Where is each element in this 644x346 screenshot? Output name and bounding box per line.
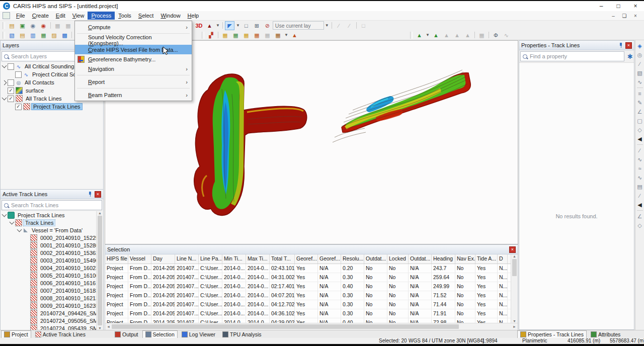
column-header[interactable]: Min Ti...	[222, 254, 246, 264]
select-rect-icon[interactable]: □	[242, 21, 251, 30]
menu-item-beam-pattern[interactable]: Beam Pattern›	[75, 90, 192, 100]
table-row[interactable]: ProjectFrom D...2014-205201407...C:\User…	[105, 300, 511, 309]
selection-vscrollbar[interactable]: ▲ ▼	[511, 254, 518, 323]
column-header[interactable]: Line Pa...	[199, 254, 222, 264]
update-surface-icon[interactable]: ▲	[452, 31, 462, 40]
open-surface-icon[interactable]: ▲	[431, 31, 441, 40]
scroll-up-icon[interactable]: ▲	[98, 211, 102, 215]
column-header[interactable]: Max Ti...	[246, 254, 270, 264]
compute-tpu-icon[interactable]: ▦	[242, 31, 251, 40]
menu-item-sound-velocity-correction-kongsberg[interactable]: Sound Velocity Correction (Kongsberg)...	[75, 35, 192, 45]
mdi-minimize-button[interactable]: –	[608, 13, 619, 19]
checkbox[interactable]: ✓	[15, 104, 22, 110]
dropdown-caret-icon[interactable]: ▼	[426, 33, 430, 37]
scroll-thumb[interactable]	[98, 216, 102, 325]
close-button[interactable]: ×	[627, 1, 644, 11]
zoom-extents-icon[interactable]: ▲	[205, 21, 214, 30]
selection-close-icon[interactable]: ×	[509, 246, 516, 253]
tree-item[interactable]: 20140724_095439_SM...	[1, 324, 96, 330]
session-icon[interactable]: ▧	[7, 31, 17, 40]
export-icon[interactable]: ▩	[60, 31, 69, 40]
column-header[interactable]: Locked	[387, 254, 409, 264]
column-header[interactable]: Vessel	[128, 254, 151, 264]
lock-tool-icon[interactable]: ▦	[263, 31, 272, 40]
toolbar-grip[interactable]	[202, 32, 204, 39]
import-data-icon[interactable]: ▣	[18, 21, 27, 30]
profile-icon[interactable]: ∿	[502, 31, 511, 40]
tree-item[interactable]: Track Lines	[1, 219, 96, 226]
menu-process[interactable]: Process	[88, 12, 115, 20]
column-header[interactable]: Nav Ex...	[455, 254, 475, 264]
column-header[interactable]: Outdat...	[364, 254, 387, 264]
tree-item[interactable]: 0006_20140910_16161...	[1, 279, 96, 287]
checkbox[interactable]	[8, 63, 14, 70]
tab-log-viewer[interactable]: Log Viewer	[179, 330, 218, 338]
lock-surface-icon[interactable]: ▲	[463, 31, 472, 40]
expander-icon[interactable]	[17, 227, 22, 232]
tree-item[interactable]: 0003_20140910_15490...	[1, 256, 96, 264]
column-header[interactable]: Day	[151, 254, 175, 264]
tab-selection[interactable]: Selection	[142, 330, 178, 338]
toolbar-grip[interactable]	[3, 22, 5, 29]
expander-icon[interactable]	[10, 219, 15, 224]
menu-item-georeference-bathymetry[interactable]: Georeference Bathymetry...	[75, 54, 192, 64]
world-view-icon[interactable]: ◉	[28, 21, 38, 30]
open-project-icon[interactable]: ▤	[7, 21, 17, 30]
menu-help[interactable]: Help	[184, 12, 203, 20]
table-row[interactable]: ProjectFrom D...2014-205201407...C:\User…	[105, 309, 511, 318]
surface-tool-icon[interactable]: ▦	[273, 31, 283, 40]
column-header[interactable]: Tide A...	[475, 254, 498, 264]
expander-icon[interactable]	[2, 80, 7, 85]
column-header[interactable]: HIPS file	[105, 254, 128, 264]
save-icon[interactable]: ▦	[53, 21, 62, 30]
column-header[interactable]: Heading	[432, 254, 455, 264]
new-layer-icon[interactable]: ▥	[28, 31, 38, 40]
tree-item[interactable]: 20140724_095056_SM...	[1, 317, 96, 324]
new-surface-icon[interactable]: ▲	[415, 31, 424, 40]
column-header[interactable]: Total T...	[270, 254, 295, 264]
tree-item[interactable]: 0002_20140910_15362...	[1, 249, 96, 256]
menu-edit[interactable]: Edit	[52, 12, 69, 20]
checkbox[interactable]	[15, 71, 22, 78]
select-add-icon[interactable]: ⊞	[252, 21, 262, 30]
menu-item-report[interactable]: Report›	[75, 77, 192, 86]
query-icon[interactable]: □	[359, 21, 368, 30]
layer-combo[interactable]: Use current lay	[273, 21, 324, 30]
tree-item[interactable]: 20140724_094426_SM...	[1, 309, 96, 317]
collapse-left2-icon[interactable]: ◀	[636, 201, 643, 208]
maximize-button[interactable]: □	[610, 1, 627, 11]
pin-icon[interactable]	[618, 43, 623, 48]
node-tool-icon[interactable]: ◇	[636, 222, 643, 229]
smooth-icon[interactable]: ≈	[636, 165, 643, 172]
auto-vessel-icon[interactable]: ▦	[39, 31, 48, 40]
edit-attitude-icon[interactable]: ∕	[345, 21, 354, 30]
zigzag-icon[interactable]: ∿	[636, 174, 643, 181]
tab-active-track-lines[interactable]: Active Track Lines	[32, 330, 89, 338]
mosaic-icon[interactable]: ▦	[477, 31, 487, 40]
slope-icon[interactable]: ∕	[636, 192, 643, 199]
scroll-right-icon[interactable]: ►	[513, 325, 516, 328]
column-header[interactable]: D	[498, 254, 508, 264]
menu-item-compute[interactable]: Compute›	[75, 22, 192, 32]
column-header[interactable]: Outdat...	[409, 254, 432, 264]
world-overlay-icon[interactable]: ◉	[39, 21, 48, 30]
field-sheet-icon[interactable]: ▤	[18, 31, 27, 40]
mdi-close-button[interactable]: ×	[630, 13, 641, 19]
menu-create[interactable]: Create	[29, 12, 52, 20]
tab-properties-track-lines[interactable]: Properties - Track Lines	[517, 330, 587, 338]
menu-item-navigation[interactable]: Navigation›	[75, 64, 192, 73]
georeference-tool-icon[interactable]: ▦	[220, 31, 230, 40]
zoom-off-icon[interactable]: ⊘	[263, 21, 272, 30]
scroll-up-icon[interactable]: ▲	[513, 254, 516, 258]
table-row[interactable]: ProjectFrom D...2014-205201407...C:\User…	[105, 318, 511, 323]
checkbox[interactable]: ✓	[8, 96, 14, 102]
checkbox[interactable]	[8, 79, 14, 86]
menu-tools[interactable]: Tools	[115, 12, 135, 20]
annotate-icon[interactable]: ▢	[636, 117, 643, 124]
table-row[interactable]: ProjectFrom D...2014-205201407...C:\User…	[105, 264, 511, 273]
tab-project[interactable]: Project	[1, 330, 31, 338]
menu-file[interactable]: File	[13, 12, 29, 20]
properties-close-icon[interactable]: ×	[625, 42, 632, 49]
tab-output[interactable]: Output	[112, 330, 141, 338]
beam-tool-icon[interactable]: ▲	[290, 31, 299, 40]
